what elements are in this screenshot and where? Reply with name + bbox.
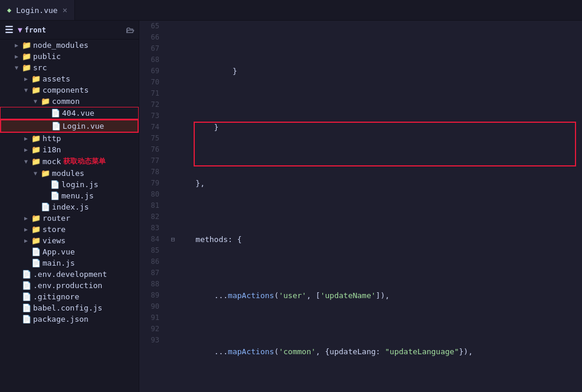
- ln-79: 79: [139, 178, 159, 189]
- close-tab-button[interactable]: ×: [63, 5, 67, 15]
- ln-88: 88: [139, 279, 159, 290]
- folder-icon: 📁: [31, 157, 41, 166]
- label-modules: modules: [52, 169, 84, 178]
- tree-item-store[interactable]: 📁 store: [0, 224, 139, 235]
- js-file-icon: 📄: [21, 303, 32, 312]
- js-file-icon: 📄: [50, 180, 60, 189]
- folder-icon: 📁: [21, 41, 32, 50]
- line-numbers: 65 66 67 68 69 70 71 72 73 74 75 76 77 7…: [139, 21, 164, 392]
- js-file-icon: 📄: [40, 202, 51, 211]
- folder-icon: 📁: [31, 74, 41, 83]
- arrow-i18n: [21, 146, 31, 153]
- label-views: views: [42, 236, 66, 245]
- code-text: methods: {: [177, 234, 242, 245]
- ln-82: 82: [139, 211, 159, 223]
- tree-item-components[interactable]: 📁 components: [0, 84, 139, 96]
- code-text: }: [177, 66, 237, 77]
- active-tab[interactable]: ◆ Login.vue ×: [0, 0, 75, 20]
- tree-item-mainjs[interactable]: 📄 main.js: [0, 257, 139, 269]
- label-store: store: [42, 225, 66, 234]
- tree-item-appvue[interactable]: 📄 App.vue: [0, 246, 139, 257]
- ln-73: 73: [139, 110, 159, 122]
- tree-item-menujs[interactable]: 📄 menu.js: [0, 190, 139, 201]
- label-envdev: .env.development: [33, 270, 107, 279]
- code-line-66: ⊟ }: [169, 122, 582, 133]
- label-indexjs: index.js: [52, 202, 89, 211]
- label-envprod: .env.production: [33, 281, 102, 290]
- tree-item-packagejson[interactable]: 📄 package.json: [0, 313, 139, 325]
- label-common: common: [52, 97, 80, 106]
- tree-item-i18n[interactable]: 📁 i18n: [0, 144, 139, 155]
- tree-item-assets[interactable]: 📁 assets: [0, 73, 139, 84]
- ln-76: 76: [139, 144, 159, 155]
- folder-icon: 📁: [40, 97, 51, 106]
- tree-item-envdev[interactable]: 📄 .env.development: [0, 269, 139, 280]
- folder-icon: 📁: [31, 214, 41, 223]
- ln-65: 65: [139, 21, 159, 32]
- new-folder-icon[interactable]: 🗁: [126, 25, 134, 35]
- vue-file-icon: 📄: [51, 122, 61, 130]
- ln-80: 80: [139, 189, 159, 200]
- label-loginjs: login.js: [61, 180, 99, 189]
- tree-item-babelconfig[interactable]: 📄 babel.config.js: [0, 302, 139, 313]
- file-icon: 📄: [21, 315, 32, 324]
- root-folder-icon: ▼: [18, 25, 22, 34]
- sidebar: ☰ ▼ front 🗁 📁 node_modules 📁 public: [0, 21, 139, 392]
- sidebar-header: ☰ ▼ front 🗁: [0, 21, 139, 40]
- arrow-components: [21, 87, 31, 93]
- ln-92: 92: [139, 324, 159, 335]
- tree-item-loginvue[interactable]: 📄 Login.vue: [0, 119, 139, 133]
- js-file-icon: 📄: [50, 191, 60, 200]
- tree-item-indexjs[interactable]: 📄 index.js: [0, 201, 139, 213]
- folder-icon: 📁: [21, 63, 32, 72]
- label-i18n: i18n: [42, 145, 61, 154]
- ln-69: 69: [139, 66, 159, 77]
- ln-72: 72: [139, 99, 159, 110]
- code-text: }: [177, 122, 218, 133]
- arrow-views: [21, 237, 31, 244]
- arrow-http: [21, 135, 31, 142]
- ln-91: 91: [139, 312, 159, 324]
- folder-icon: 📁: [31, 145, 41, 154]
- ln-68: 68: [139, 54, 159, 66]
- file-icon: 📄: [21, 281, 32, 290]
- tree-item-envprod[interactable]: 📄 .env.production: [0, 280, 139, 291]
- label-packagejson: package.json: [33, 315, 89, 324]
- tree-item-modules[interactable]: 📁 modules: [0, 168, 139, 179]
- fold-icon-68[interactable]: ⊟: [169, 236, 177, 244]
- vue-file-icon: 📄: [50, 109, 61, 117]
- code-line-67: ⊟ },: [169, 178, 582, 189]
- ln-85: 85: [139, 245, 159, 256]
- label-mock: mock: [42, 157, 61, 166]
- tree-item-node_modules[interactable]: 📁 node_modules: [0, 40, 139, 51]
- tree-item-loginjs[interactable]: 📄 login.js: [0, 179, 139, 190]
- code-text: },: [177, 178, 205, 189]
- arrow-node_modules: [12, 42, 21, 48]
- label-components: components: [42, 86, 89, 94]
- tree-item-views[interactable]: 📁 views: [0, 235, 139, 246]
- label-node_modules: node_modules: [33, 41, 89, 50]
- sidebar-root-label: front: [25, 26, 46, 34]
- tree-item-gitignore[interactable]: 📄 .gitignore: [0, 291, 139, 302]
- tree-item-router[interactable]: 📁 router: [0, 213, 139, 224]
- tree-item-http[interactable]: 📁 http: [0, 133, 139, 144]
- label-mainjs: main.js: [42, 259, 75, 267]
- label-loginvue: Login.vue: [63, 122, 104, 130]
- label-babelconfig: babel.config.js: [33, 303, 102, 312]
- annotation-label: 获取动态菜单: [63, 156, 106, 166]
- ln-77: 77: [139, 155, 159, 166]
- tree-item-common[interactable]: 📁 common: [0, 96, 139, 107]
- arrow-mock: [21, 158, 31, 165]
- ln-89: 89: [139, 290, 159, 301]
- tree-item-404vue[interactable]: 📄 404.vue: [0, 107, 139, 119]
- folder-icon: 📁: [21, 52, 32, 61]
- vue-file-icon: 📄: [31, 247, 41, 256]
- tree-item-src[interactable]: 📁 src: [0, 62, 139, 73]
- tree-item-mock[interactable]: 📁 mock 获取动态菜单: [0, 155, 139, 168]
- ln-90: 90: [139, 301, 159, 312]
- ln-71: 71: [139, 88, 159, 99]
- ln-93: 93: [139, 335, 159, 346]
- tree-item-public[interactable]: 📁 public: [0, 51, 139, 62]
- menu-icon[interactable]: ☰: [5, 24, 13, 35]
- code-container[interactable]: 65 66 67 68 69 70 71 72 73 74 75 76 77 7…: [139, 21, 582, 392]
